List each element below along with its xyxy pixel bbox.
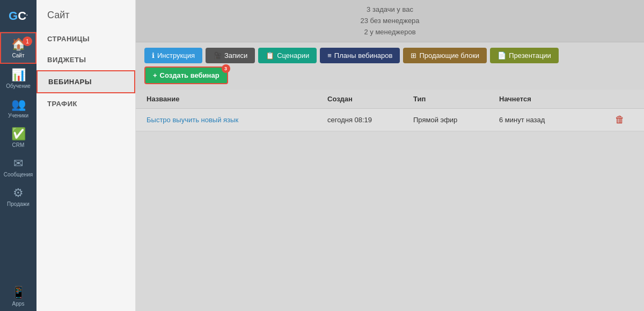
- create-label: Создать вебинар: [160, 71, 219, 79]
- webinar-plans-button[interactable]: ≡ Планы вебинаров: [320, 48, 400, 63]
- table-row: Быстро выучить новый язык сегодня 08:19 …: [136, 109, 644, 131]
- nav-label-apps: Apps: [12, 301, 25, 307]
- messages-icon: ✉: [13, 158, 23, 169]
- row-created: сегодня 08:19: [327, 116, 413, 124]
- sidebar-item-sales[interactable]: ⚙ Продажи: [0, 182, 36, 211]
- sidebar-item-learning[interactable]: 📊 Обучение: [0, 64, 36, 93]
- scenarios-label: Сценарии: [277, 51, 309, 60]
- nav-label-messages: Сообщения: [4, 172, 33, 177]
- top-info-bar: 3 задачи у вас 23 без менеджера 2 у мене…: [136, 0, 644, 42]
- nav-label-site: Сайт: [12, 53, 24, 58]
- col-actions: [606, 95, 633, 103]
- left-navigation: GC. 1 🏠 Сайт 📊 Обучение 👥 Ученики ✅ CRM …: [0, 0, 36, 311]
- selling-blocks-button[interactable]: ⊞ Продающие блоки: [403, 48, 487, 63]
- blocks-icon: ⊞: [411, 51, 416, 60]
- instruction-button[interactable]: ℹ Инструкция: [144, 48, 202, 63]
- nav-label-students: Ученики: [8, 113, 28, 119]
- apps-icon: 📱: [11, 287, 26, 299]
- row-type: Прямой эфир: [413, 116, 499, 124]
- nav-label-learning: Обучение: [6, 83, 31, 89]
- delete-button[interactable]: 🗑: [606, 114, 633, 125]
- badge-3: 3: [222, 64, 230, 73]
- presentations-button[interactable]: 📄 Презентации: [490, 48, 559, 63]
- webinar-link[interactable]: Быстро выучить новый язык: [147, 116, 238, 124]
- col-created: Создан: [327, 95, 413, 103]
- sidebar-menu-webinars[interactable]: ВЕБИНАРЫ: [36, 70, 135, 93]
- logo: GC.: [0, 0, 36, 32]
- learning-icon: 📊: [11, 69, 26, 81]
- records-button[interactable]: 🎥 Записи: [206, 48, 255, 63]
- main-content: 3 задачи у вас 23 без менеджера 2 у мене…: [136, 0, 644, 311]
- toolbar: ℹ Инструкция 🎥 Записи 📋 Сценарии ≡ Планы…: [136, 42, 644, 90]
- scenarios-button[interactable]: 📋 Сценарии: [258, 48, 317, 63]
- sidebar-item-messages[interactable]: ✉ Сообщения: [0, 152, 36, 182]
- create-webinar-button[interactable]: 3 + Создать вебинар: [144, 66, 228, 84]
- sidebar-item-students[interactable]: 👥 Ученики: [0, 93, 36, 123]
- presentations-label: Презентации: [509, 51, 551, 60]
- table-area: Название Создан Тип Начнется Быстро выуч…: [136, 90, 644, 311]
- plans-icon: ≡: [327, 51, 332, 60]
- info-line1: 3 задачи у вас: [147, 4, 633, 16]
- logo-text: GC.: [9, 9, 28, 23]
- sidebar-menu-traffic[interactable]: ТРАФИК: [36, 93, 135, 114]
- sidebar-item-crm[interactable]: ✅ CRM: [0, 123, 36, 152]
- table-header: Название Создан Тип Начнется: [136, 90, 644, 109]
- col-starts: Начнется: [499, 95, 606, 103]
- sales-icon: ⚙: [13, 187, 24, 199]
- video-icon: 🎥: [213, 51, 222, 60]
- sidebar-item-site[interactable]: 1 🏠 Сайт: [0, 32, 36, 64]
- row-starts: 6 минут назад: [499, 116, 606, 124]
- info-line3: 2 у менеджеров: [147, 27, 633, 38]
- nav-label-sales: Продажи: [7, 201, 30, 207]
- info-line2: 23 без менеджера: [147, 16, 633, 27]
- sidebar-title: Сайт: [36, 0, 135, 28]
- scenarios-icon: 📋: [266, 51, 274, 60]
- nav-badge-site: 1: [23, 36, 32, 46]
- col-name: Название: [147, 95, 327, 103]
- presentations-icon: 📄: [497, 51, 506, 60]
- sidebar-item-apps[interactable]: 📱 Apps: [0, 282, 36, 311]
- sidebar-menu-widgets[interactable]: ВИДЖЕТЫ: [36, 49, 135, 70]
- records-label: Записи: [224, 51, 247, 60]
- blocks-label: Продающие блоки: [419, 51, 479, 60]
- col-type: Тип: [413, 95, 499, 103]
- sidebar: Сайт СТРАНИЦЫ ВИДЖЕТЫ ВЕБИНАРЫ ТРАФИК: [36, 0, 136, 311]
- crm-icon: ✅: [11, 128, 26, 140]
- students-icon: 👥: [11, 99, 26, 110]
- instruction-icon: ℹ: [152, 51, 155, 60]
- row-name: Быстро выучить новый язык: [147, 116, 327, 124]
- plans-label: Планы вебинаров: [334, 51, 393, 60]
- sidebar-menu-pages[interactable]: СТРАНИЦЫ: [36, 28, 135, 49]
- create-icon: +: [153, 71, 157, 79]
- instruction-label: Инструкция: [157, 51, 195, 60]
- nav-label-crm: CRM: [12, 142, 25, 148]
